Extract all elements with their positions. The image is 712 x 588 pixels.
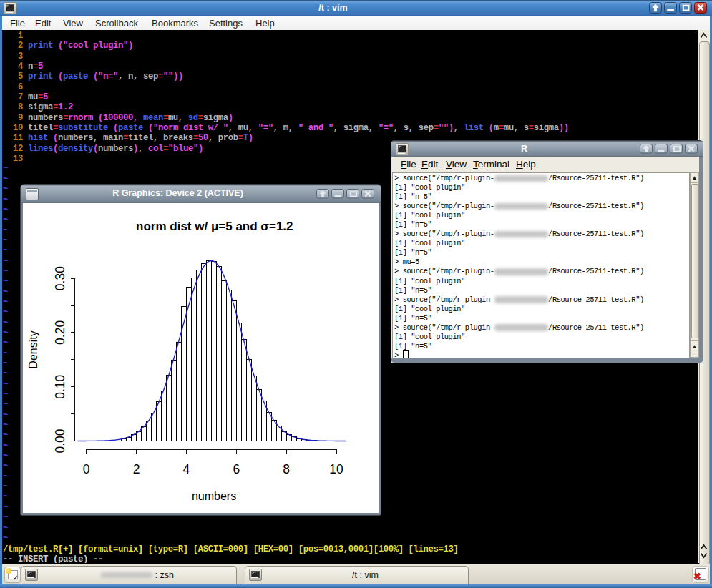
svg-text:4: 4 (183, 462, 190, 476)
svg-text:0.10: 0.10 (53, 374, 67, 398)
svg-text:0.20: 0.20 (53, 320, 67, 345)
svg-text:10: 10 (329, 462, 343, 476)
svg-text:0: 0 (83, 462, 90, 476)
svg-text:Density: Density (27, 330, 39, 368)
svg-text:0.00: 0.00 (53, 428, 67, 453)
svg-text:6: 6 (233, 462, 240, 476)
svg-text:8: 8 (283, 462, 290, 476)
svg-text:numbers: numbers (192, 490, 236, 502)
svg-text:norm dist w/ μ=5 and σ=1.2: norm dist w/ μ=5 and σ=1.2 (136, 220, 293, 233)
svg-text:0.30: 0.30 (53, 266, 67, 290)
svg-text:2: 2 (133, 462, 140, 476)
